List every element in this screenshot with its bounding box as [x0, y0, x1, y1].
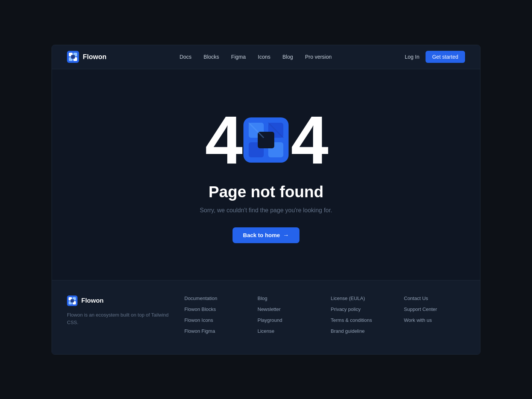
footer-link-brand[interactable]: Brand guideline: [331, 328, 392, 334]
logo-icon: [67, 51, 79, 63]
footer-link-flowon-blocks[interactable]: Flowon Blocks: [184, 306, 246, 312]
footer-link-privacy[interactable]: Privacy policy: [331, 306, 392, 312]
footer: Flowon Flowon is an ecosystem built on t…: [52, 280, 480, 354]
footer-link-contact[interactable]: Contact Us: [404, 295, 465, 301]
footer-link-terms[interactable]: Terms & conditions: [331, 317, 392, 323]
svg-rect-17: [71, 299, 74, 302]
footer-col-4: Contact Us Support Center Work with us: [404, 295, 465, 339]
logo-text: Flowon: [83, 53, 106, 61]
nav-blocks[interactable]: Blocks: [204, 54, 219, 60]
footer-logo-icon: [67, 295, 78, 306]
main-window: Flowon Docs Blocks Figma Icons Blog Pro …: [52, 45, 480, 355]
error-display: 4 4: [205, 106, 327, 174]
footer-link-blog[interactable]: Blog: [258, 295, 319, 301]
footer-brand-desc: Flowon is an ecosystem built on top of T…: [67, 311, 172, 327]
header: Flowon Docs Blocks Figma Icons Blog Pro …: [52, 45, 480, 69]
footer-brand: Flowon Flowon is an ecosystem built on t…: [67, 295, 172, 339]
back-home-label: Back to home: [243, 232, 280, 238]
logo-area: Flowon: [67, 51, 106, 63]
get-started-button[interactable]: Get started: [426, 51, 465, 63]
footer-link-license[interactable]: License: [258, 328, 319, 334]
page-not-found-title: Page not found: [208, 183, 324, 201]
nav: Docs Blocks Figma Icons Blog Pro version: [179, 54, 331, 60]
footer-col-1: Documentation Flowon Blocks Flowon Icons…: [184, 295, 246, 339]
nav-docs[interactable]: Docs: [179, 54, 192, 60]
login-button[interactable]: Log In: [405, 54, 420, 60]
arrow-right-icon: →: [283, 232, 289, 239]
footer-link-support[interactable]: Support Center: [404, 306, 465, 312]
page-not-found-subtitle: Sorry, we couldn't find the page you're …: [200, 207, 332, 214]
footer-logo-area: Flowon: [67, 295, 172, 306]
footer-link-work-with-us[interactable]: Work with us: [404, 317, 465, 323]
footer-col-3: License (EULA) Privacy policy Terms & co…: [331, 295, 392, 339]
nav-figma[interactable]: Figma: [231, 54, 246, 60]
footer-link-documentation[interactable]: Documentation: [184, 295, 246, 301]
error-digit-left: 4: [205, 106, 241, 174]
footer-link-newsletter[interactable]: Newsletter: [258, 306, 319, 312]
error-digit-right: 4: [291, 106, 327, 174]
footer-link-flowon-icons[interactable]: Flowon Icons: [184, 317, 246, 323]
footer-link-eula[interactable]: License (EULA): [331, 295, 392, 301]
svg-rect-5: [71, 55, 75, 59]
main-content: 4 4 Page not found Sorry, we co: [52, 69, 480, 280]
logo-icon-large: [243, 117, 289, 163]
footer-inner: Flowon Flowon is an ecosystem built on t…: [67, 295, 465, 339]
back-home-button[interactable]: Back to home →: [233, 227, 299, 243]
nav-pro[interactable]: Pro version: [305, 54, 332, 60]
nav-icons[interactable]: Icons: [258, 54, 270, 60]
footer-link-flowon-figma[interactable]: Flowon Figma: [184, 328, 246, 334]
footer-logo-text: Flowon: [81, 297, 103, 305]
footer-col-2: Blog Newsletter Playground License: [258, 295, 319, 339]
footer-link-playground[interactable]: Playground: [258, 317, 319, 323]
header-actions: Log In Get started: [405, 51, 465, 63]
nav-blog[interactable]: Blog: [283, 54, 293, 60]
